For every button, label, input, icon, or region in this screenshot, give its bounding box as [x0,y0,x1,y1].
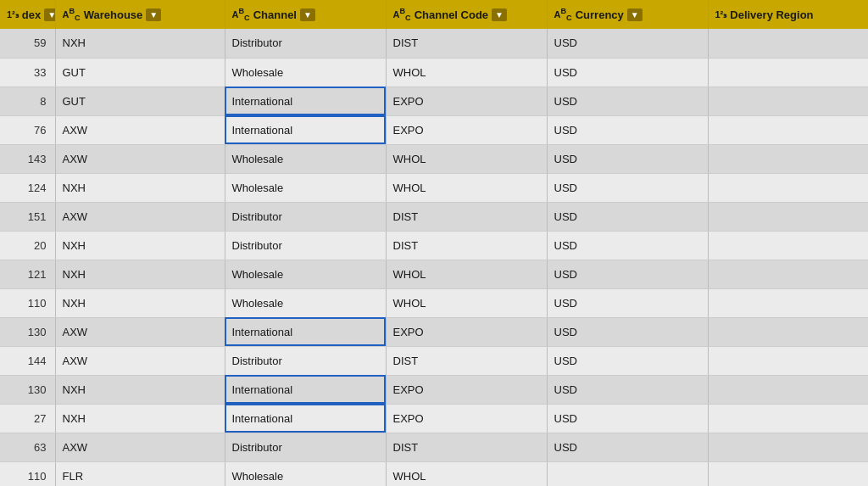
table-row: 76AXWInternationalEXPOUSD [0,115,868,144]
cell-channelcode: WHOL [386,173,547,202]
cell-warehouse: GUT [55,87,225,115]
data-table: 1²₃ dex ▼ ABC Warehouse ▼ ABC Channe [0,0,868,486]
cell-warehouse: FLR [55,461,225,486]
cell-currency: USD [547,231,708,260]
cell-channel: Distributor [225,29,386,58]
abc-warehouse-icon: ABC [63,7,81,22]
sort-channel-button[interactable]: ▼ [300,8,315,21]
cell-warehouse: AXW [55,317,225,346]
cell-delivery [708,461,868,486]
table-row: 124NXHWholesaleWHOLUSD [0,173,868,202]
abc-currency-icon: ABC [554,7,572,22]
cell-channelcode: WHOL [386,260,547,288]
cell-channel: International [225,115,386,144]
cell-warehouse: NXH [55,260,225,288]
123-icon: 1²₃ [7,9,19,20]
cell-warehouse: AXW [55,202,225,231]
cell-delivery [708,144,868,173]
column-header-channel[interactable]: ABC Channel ▼ [225,0,386,29]
cell-delivery [708,173,868,202]
cell-currency: USD [547,58,708,87]
cell-delivery [708,87,868,115]
cell-index: 59 [0,29,55,58]
sort-currency-button[interactable]: ▼ [627,8,643,21]
cell-warehouse: GUT [55,58,225,87]
cell-currency: USD [547,404,708,433]
table-row: 33GUTWholesaleWHOLUSD [0,58,868,87]
cell-channelcode: EXPO [386,87,547,115]
cell-currency: USD [547,375,708,404]
cell-channel: Wholesale [225,260,386,288]
cell-currency: USD [547,87,708,115]
cell-currency: USD [547,173,708,202]
cell-currency: USD [547,288,708,317]
cell-index: 130 [0,375,55,404]
cell-currency: USD [547,115,708,144]
cell-delivery [708,317,868,346]
cell-currency: USD [547,317,708,346]
sort-warehouse-button[interactable]: ▼ [146,8,161,21]
table-row: 110FLRWholesaleWHOL [0,461,868,486]
cell-index: 151 [0,202,55,231]
column-header-delivery[interactable]: 1²₃ Delivery Region [708,0,868,29]
cell-channel: Wholesale [225,58,386,87]
cell-channelcode: DIST [386,346,547,375]
cell-channel: Distributor [225,202,386,231]
sort-index-button[interactable]: ▼ [44,8,55,21]
cell-channel: International [225,87,386,115]
column-channelcode-label: Channel Code [415,8,488,21]
column-index-label: dex [22,8,41,21]
cell-index: 20 [0,231,55,260]
cell-channelcode: EXPO [386,317,547,346]
cell-channelcode: WHOL [386,288,547,317]
cell-warehouse: NXH [55,231,225,260]
cell-channelcode: DIST [386,202,547,231]
cell-index: 124 [0,173,55,202]
cell-channelcode: WHOL [386,58,547,87]
cell-warehouse: AXW [55,346,225,375]
cell-currency: USD [547,144,708,173]
cell-channel: International [225,404,386,433]
cell-index: 33 [0,58,55,87]
table-row: 59NXHDistributorDISTUSD [0,29,868,58]
table-row: 151AXWDistributorDISTUSD [0,202,868,231]
column-header-index[interactable]: 1²₃ dex ▼ [0,0,55,29]
cell-delivery [708,231,868,260]
cell-currency [547,461,708,486]
cell-warehouse: NXH [55,375,225,404]
cell-warehouse: NXH [55,288,225,317]
column-header-currency[interactable]: ABC Currency ▼ [547,0,708,29]
cell-index: 110 [0,288,55,317]
table-row: 130AXWInternationalEXPOUSD [0,317,868,346]
cell-delivery [708,260,868,288]
column-channel-label: Channel [253,8,297,21]
column-warehouse-label: Warehouse [84,8,143,21]
table-row: 144AXWDistributorDISTUSD [0,346,868,375]
table-row: 110NXHWholesaleWHOLUSD [0,288,868,317]
cell-warehouse: AXW [55,433,225,461]
cell-delivery [708,202,868,231]
cell-warehouse: AXW [55,115,225,144]
column-delivery-label: Delivery Region [730,8,813,21]
cell-delivery [708,346,868,375]
abc-channelcode-icon: ABC [393,7,411,22]
cell-index: 121 [0,260,55,288]
cell-index: 76 [0,115,55,144]
cell-index: 8 [0,87,55,115]
cell-channel: Wholesale [225,288,386,317]
column-header-channelcode[interactable]: ABC Channel Code ▼ [386,0,547,29]
cell-delivery [708,433,868,461]
abc-channel-icon: ABC [232,7,250,22]
cell-currency: USD [547,433,708,461]
column-currency-label: Currency [576,8,624,21]
cell-index: 27 [0,404,55,433]
cell-channel: Wholesale [225,173,386,202]
cell-index: 63 [0,433,55,461]
cell-channelcode: EXPO [386,375,547,404]
cell-index: 110 [0,461,55,486]
cell-warehouse: AXW [55,144,225,173]
sort-channelcode-button[interactable]: ▼ [492,8,507,21]
column-header-warehouse[interactable]: ABC Warehouse ▼ [55,0,225,29]
table-row: 8GUTInternationalEXPOUSD [0,87,868,115]
table-row: 27NXHInternationalEXPOUSD [0,404,868,433]
